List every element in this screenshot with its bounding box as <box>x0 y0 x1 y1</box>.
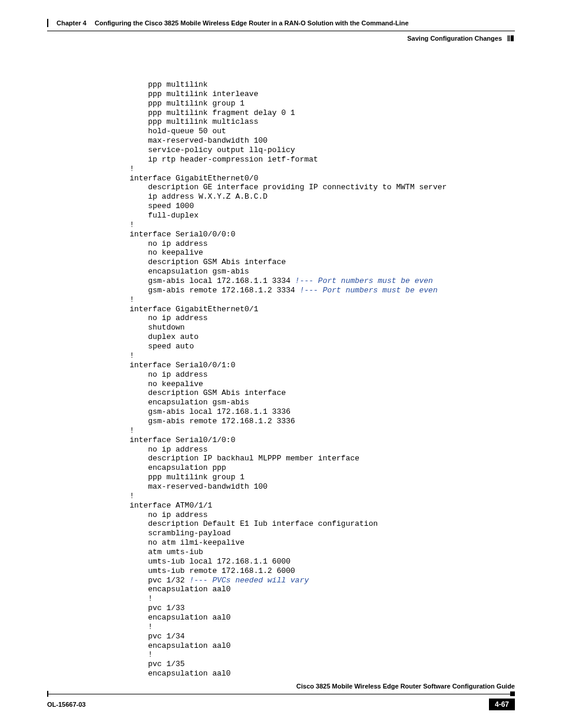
section-marker-icon <box>507 35 515 41</box>
header-rule <box>47 31 515 31</box>
header-bar-icon <box>47 19 48 27</box>
page-footer: Cisco 3825 Mobile Wireless Edge Router S… <box>47 683 515 710</box>
section-title: Saving Configuration Changes <box>407 35 502 42</box>
chapter-header: Chapter 4 Configuring the Cisco 3825 Mob… <box>47 19 515 27</box>
chapter-label: Chapter 4 <box>57 19 87 27</box>
config-code-block: ppp multilink ppp multilink interleave p… <box>130 80 515 678</box>
doc-id: OL-15667-03 <box>47 701 85 708</box>
section-header: Saving Configuration Changes <box>47 35 515 42</box>
footer-block-icon <box>510 691 515 696</box>
page-number-badge: 4-67 <box>489 699 515 710</box>
guide-title: Cisco 3825 Mobile Wireless Edge Router S… <box>47 683 515 691</box>
chapter-title: Configuring the Cisco 3825 Mobile Wirele… <box>95 19 409 27</box>
footer-rule <box>47 691 515 697</box>
